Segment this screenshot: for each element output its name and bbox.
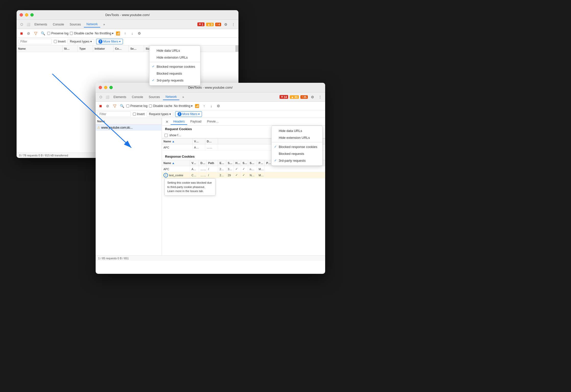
close-panel-button[interactable]: ✕ [164, 119, 170, 124]
req-cookie-d-apc: …… [205, 144, 218, 150]
disable-cache-label-2[interactable]: Disable cache [149, 104, 172, 108]
filter-button-2[interactable]: ▽ [112, 103, 118, 109]
clear-button-2[interactable]: ⊘ [105, 103, 110, 109]
device-icon-2[interactable]: ⬜ [104, 94, 110, 100]
dropdown-blocked-response-cookies-1[interactable]: Blocked response cookies [149, 63, 200, 70]
close-button-1[interactable] [20, 13, 23, 17]
maximize-button-1[interactable] [30, 13, 34, 17]
throttle-select-2[interactable]: No throttling ▾ [174, 104, 193, 108]
settings-icon-1[interactable]: ⚙ [223, 21, 229, 28]
minimize-button-1[interactable] [25, 13, 28, 17]
tab-network-2[interactable]: Network [163, 94, 179, 100]
request-types-button-1[interactable]: Request types ▾ [68, 39, 94, 44]
dropdown-blocked-requests-1[interactable]: Blocked requests [149, 70, 200, 77]
disable-cache-text-2: Disable cache [153, 104, 172, 108]
throttle-select-1[interactable]: No throttling ▾ [95, 32, 114, 35]
request-types-button-2[interactable]: Request types ▾ [147, 112, 173, 117]
disable-cache-label-1[interactable]: Disable cache [70, 32, 93, 35]
search-button-2[interactable]: 🔍 [119, 103, 125, 109]
tab-sources-2[interactable]: Sources [146, 94, 162, 100]
maximize-button-2[interactable] [109, 86, 113, 89]
dropdown-blocked-response-cookies-2[interactable]: Blocked response cookies [272, 143, 322, 150]
tab-sources-1[interactable]: Sources [67, 22, 83, 27]
preserve-log-checkbox-1[interactable] [47, 32, 50, 35]
clear-button-1[interactable]: ⊘ [26, 31, 31, 36]
more-filters-button-2[interactable]: 2 More filters ▾ [175, 111, 202, 117]
preserve-log-label-2[interactable]: Preserve log [126, 104, 147, 108]
resp-cookie-row-test[interactable]: ! test_cookie C… …… / 2… 29 ✓ ✓ N… M… [162, 172, 325, 178]
filter-input-2[interactable] [98, 111, 131, 117]
upload-icon-2[interactable]: ↑ [201, 103, 207, 109]
network-settings-icon-2[interactable]: ⚙ [215, 103, 221, 109]
invert-checkbox-1[interactable] [54, 40, 57, 43]
minimize-button-2[interactable] [104, 86, 107, 89]
dropdown-hide-data-urls-2[interactable]: Hide data URLs [272, 127, 322, 134]
disable-cache-checkbox-2[interactable] [149, 104, 152, 107]
filter-row-1: Invert Request types ▾ 2 More filters ▾ [17, 38, 238, 45]
dropdown-3rd-party-2[interactable]: 3rd-party requests [272, 157, 322, 164]
more-filters-chevron-1: ▾ [119, 40, 121, 43]
invert-label-2[interactable]: Invert [133, 112, 145, 116]
resp-col-d: D… [199, 160, 207, 166]
panel-tab-preview[interactable]: Previe… [205, 119, 221, 125]
stop-button-1[interactable]: ⏹ [19, 31, 24, 36]
more-filters-text-2: More filters [182, 112, 197, 116]
dropdown-divider-1 [149, 62, 200, 62]
invert-text-1: Invert [58, 40, 66, 43]
error-badge-1: ✕ 1 [197, 22, 205, 26]
wifi-icon-1[interactable]: 📶 [115, 31, 121, 36]
dropdown-blocked-requests-2[interactable]: Blocked requests [272, 150, 322, 157]
upload-icon-1[interactable]: ↑ [122, 31, 128, 36]
request-types-chevron-2: ▾ [169, 112, 171, 116]
preserve-log-label-1[interactable]: Preserve log [47, 32, 68, 35]
tab-more-1[interactable]: » [101, 22, 108, 27]
resp-cookie-v-test: C… [190, 172, 199, 178]
req-cookie-name-apc: APC [162, 144, 193, 150]
download-icon-1[interactable]: ↓ [129, 31, 135, 36]
tab-network-1[interactable]: Network [84, 21, 100, 28]
device-icon[interactable]: ⬜ [25, 21, 31, 28]
close-button-2[interactable] [99, 86, 102, 89]
tab-more-2[interactable]: » [180, 94, 187, 100]
more-icon-1[interactable]: ⋮ [230, 21, 236, 28]
cookie-warn-circle: ! [163, 173, 168, 178]
network-settings-icon-1[interactable]: ⚙ [136, 31, 142, 36]
stop-button-2[interactable]: ⏹ [98, 103, 103, 109]
tab-console-1[interactable]: Console [50, 22, 67, 27]
dropdown-hide-extension-urls-1[interactable]: Hide extension URLs [149, 54, 200, 61]
cursor-icon-2[interactable]: ⬡ [98, 94, 104, 100]
dropdown-3rd-party-1[interactable]: 3rd-party requests [149, 77, 200, 84]
network-row-1[interactable]: ⚠ www.youtube.com;dc... [96, 125, 162, 131]
preserve-log-checkbox-2[interactable] [126, 104, 129, 107]
col-content-1: Co… [113, 45, 129, 52]
network-row-url: www.youtube.com;dc... [101, 126, 133, 129]
resp-col-s: S… [226, 160, 234, 166]
req-col-v: V… [193, 139, 205, 144]
show-filter-checkbox[interactable] [164, 134, 168, 137]
resp-cookie-d-apc: …… [199, 166, 207, 172]
invert-checkbox-2[interactable] [133, 113, 136, 116]
settings-icon-2[interactable]: ⚙ [309, 94, 315, 100]
panel-tab-headers[interactable]: Headers [171, 119, 187, 125]
tab-elements-2[interactable]: Elements [111, 94, 129, 100]
more-icon-2[interactable]: ⋮ [317, 94, 323, 100]
resp-cookie-s2-test: ✓ [241, 172, 248, 178]
titlebar-2: DevTools - www.youtube.com/ [96, 83, 325, 92]
resp-cookie-d-test: …… [199, 172, 207, 178]
filter-button-1[interactable]: ▽ [33, 31, 39, 36]
dropdown-hide-data-urls-1[interactable]: Hide data URLs [149, 47, 200, 54]
panel-tab-payload[interactable]: Payload [188, 119, 204, 125]
search-button-1[interactable]: 🔍 [40, 31, 46, 36]
wifi-icon-2[interactable]: 📶 [194, 103, 200, 109]
resp-cookie-row-apc[interactable]: APC A… …… / 2… 3… ✓ ✓ n… M… [162, 166, 325, 172]
filter-input-1[interactable] [19, 39, 52, 44]
invert-label-1[interactable]: Invert [54, 40, 66, 43]
dropdown-hide-extension-urls-2[interactable]: Hide extension URLs [272, 134, 322, 141]
disable-cache-checkbox-1[interactable] [70, 32, 73, 35]
tab-console-2[interactable]: Console [129, 94, 146, 100]
cursor-icon[interactable]: ⬡ [19, 21, 25, 28]
download-icon-2[interactable]: ↓ [208, 103, 214, 109]
tab-elements-1[interactable]: Elements [32, 22, 50, 27]
invert-text-2: Invert [137, 112, 145, 116]
more-filters-button-1[interactable]: 2 More filters ▾ [96, 39, 123, 44]
